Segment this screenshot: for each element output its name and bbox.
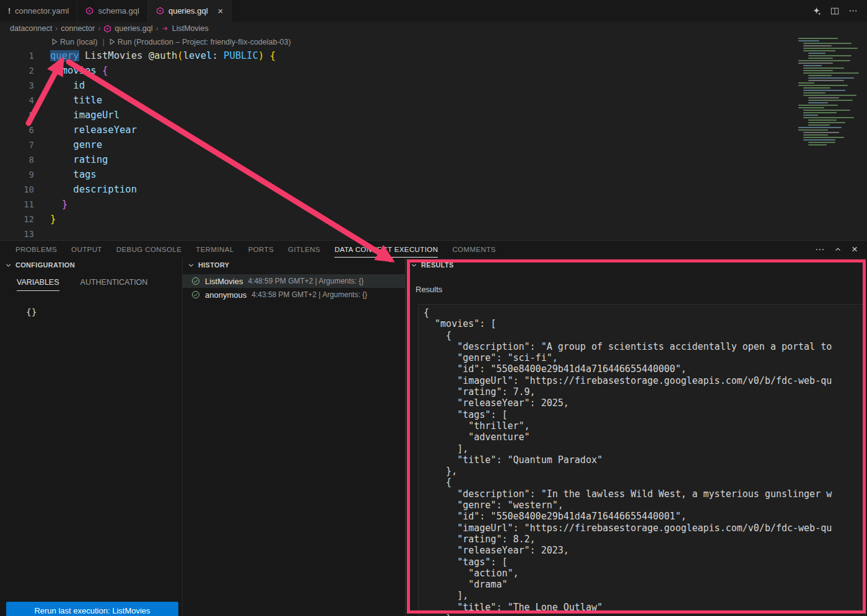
graphql-file-icon	[103, 25, 111, 33]
panel-tab-ports[interactable]: PORTS	[248, 241, 274, 258]
configuration-title: CONFIGURATION	[15, 261, 75, 269]
line-number: 9	[0, 167, 34, 182]
code-line: 5 imageUrl	[0, 108, 867, 123]
code-line: 12}	[0, 212, 867, 227]
operation-icon	[162, 25, 169, 32]
vscode-window: !connector.yamlschema.gqlqueries.gql× da…	[0, 0, 867, 616]
code-text: tags	[34, 167, 97, 182]
line-number: 2	[0, 63, 34, 78]
editor-tab-queries-gql[interactable]: queries.gql×	[148, 0, 232, 22]
panel-tab-data-connect-execution[interactable]: DATA CONNECT EXECUTION	[334, 241, 438, 258]
chevron-down-icon	[188, 262, 194, 269]
history-entry-name: anonymous	[205, 290, 246, 300]
run-production-link[interactable]: Run (Production – Project: friendly-flix…	[110, 38, 291, 46]
code-text: rating	[34, 152, 108, 167]
code-line: 11 }	[0, 197, 867, 212]
editor-tab-bar: !connector.yamlschema.gqlqueries.gql×	[0, 0, 867, 22]
line-number: 10	[0, 182, 34, 197]
breadcrumb-item-listmovies[interactable]: ListMovies	[162, 24, 209, 33]
panel-actions: ⋯ ×	[815, 244, 867, 254]
line-number: 7	[0, 137, 34, 152]
code-text: }	[34, 212, 56, 227]
run-production-label: Run (Production – Project: friendly-flix…	[118, 38, 291, 46]
config-tab-authentication[interactable]: AUTHENTICATION	[81, 278, 148, 291]
code-lines: 1query ListMovies @auth(level: PUBLIC) {…	[0, 48, 867, 240]
rerun-last-execution-button[interactable]: Rerun last execution: ListMovies	[6, 602, 178, 616]
close-tab-icon[interactable]: ×	[218, 6, 224, 16]
split-editor-icon[interactable]	[830, 7, 839, 15]
results-json[interactable]: { "movies": [ { "description": "A group …	[418, 304, 866, 616]
panel-more-actions-icon[interactable]: ⋯	[815, 245, 824, 254]
line-number: 8	[0, 152, 34, 167]
code-line: 1query ListMovies @auth(level: PUBLIC) {	[0, 48, 867, 63]
editor-tab-connector-yaml[interactable]: !connector.yaml	[0, 0, 77, 22]
breadcrumb-item-queries-gql[interactable]: queries.gql	[103, 24, 152, 33]
configuration-header[interactable]: CONFIGURATION	[0, 258, 182, 272]
breadcrumb-separator: ›	[98, 24, 100, 33]
history-header[interactable]: HISTORY	[183, 258, 405, 272]
panel-tabs: PROBLEMSOUTPUTDEBUG CONSOLETERMINALPORTS…	[15, 241, 496, 258]
close-panel-icon[interactable]: ×	[852, 244, 858, 254]
code-line: 6 releaseYear	[0, 123, 867, 137]
bottom-panel: PROBLEMSOUTPUTDEBUG CONSOLETERMINALPORTS…	[0, 240, 867, 616]
code-line: 2 movies {	[0, 63, 867, 78]
history-entry-anonymous[interactable]: anonymous4:43:58 PM GMT+2 | Arguments: {…	[183, 288, 405, 301]
config-tab-variables[interactable]: VARIABLES	[17, 278, 59, 291]
history-entry-listmovies[interactable]: ListMovies4:48:59 PM GMT+2 | Arguments: …	[183, 274, 405, 288]
breadcrumb-label: connector	[61, 24, 95, 33]
code-text: }	[34, 197, 68, 212]
code-editor[interactable]: Run (local) | Run (Production – Project:…	[0, 35, 867, 240]
code-text: movies {	[34, 63, 108, 78]
editor-tabs: !connector.yamlschema.gqlqueries.gql×	[0, 0, 232, 22]
panel-body: CONFIGURATION VARIABLESAUTHENTICATION {}…	[0, 258, 867, 616]
line-number: 1	[0, 48, 34, 63]
yaml-file-icon: !	[8, 7, 11, 15]
minimap[interactable]	[795, 35, 867, 240]
tab-label: queries.gql	[168, 6, 208, 15]
graphql-file-icon	[156, 7, 164, 15]
code-line: 3 id	[0, 78, 867, 93]
breadcrumb-label: dataconnect	[10, 24, 52, 33]
editor-tab-schema-gql[interactable]: schema.gql	[77, 0, 147, 22]
run-local-link[interactable]: Run (local)	[52, 38, 97, 46]
code-text: releaseYear	[34, 123, 137, 137]
run-local-label: Run (local)	[60, 38, 97, 46]
results-title: RESULTS	[421, 261, 454, 269]
code-line: 8 rating	[0, 152, 867, 167]
code-line: 9 tags	[0, 167, 867, 182]
breadcrumb-label: queries.gql	[115, 24, 152, 33]
line-number: 5	[0, 108, 34, 123]
graphql-file-icon	[85, 7, 94, 15]
breadcrumb-item-dataconnect[interactable]: dataconnect	[10, 24, 52, 33]
history-list: ListMovies4:48:59 PM GMT+2 | Arguments: …	[183, 274, 405, 301]
code-line: 10 description	[0, 182, 867, 197]
breadcrumb-item-connector[interactable]: connector	[61, 24, 95, 33]
chevron-down-icon	[411, 262, 417, 269]
history-entry-name: ListMovies	[205, 277, 243, 286]
configuration-section: CONFIGURATION VARIABLESAUTHENTICATION {}	[0, 258, 183, 616]
results-header[interactable]: RESULTS	[406, 258, 867, 272]
editor-actions	[812, 0, 867, 22]
variables-editor[interactable]: {}	[26, 307, 182, 317]
panel-tab-bar: PROBLEMSOUTPUTDEBUG CONSOLETERMINALPORTS…	[0, 241, 867, 258]
tab-label: connector.yaml	[15, 6, 69, 15]
panel-tab-problems[interactable]: PROBLEMS	[15, 241, 57, 258]
line-number: 6	[0, 123, 34, 137]
history-entry-meta: 4:48:59 PM GMT+2 | Arguments: {}	[248, 277, 364, 285]
panel-tab-debug-console[interactable]: DEBUG CONSOLE	[116, 241, 182, 258]
panel-tab-output[interactable]: OUTPUT	[71, 241, 102, 258]
play-icon	[52, 38, 58, 45]
panel-tab-gitlens[interactable]: GITLENS	[288, 241, 320, 258]
code-text: genre	[34, 137, 102, 152]
breadcrumb-label: ListMovies	[172, 24, 209, 33]
code-text	[34, 227, 50, 240]
history-title: HISTORY	[198, 261, 229, 269]
codelens-divider: |	[102, 38, 104, 46]
panel-tab-comments[interactable]: COMMENTS	[452, 241, 495, 258]
codelens: Run (local) | Run (Production – Project:…	[0, 35, 867, 48]
more-actions-icon[interactable]	[848, 6, 858, 15]
maximize-panel-icon[interactable]	[834, 246, 842, 253]
history-section: HISTORY ListMovies4:48:59 PM GMT+2 | Arg…	[183, 258, 406, 616]
panel-tab-terminal[interactable]: TERMINAL	[196, 241, 233, 258]
copilot-sparkle-icon[interactable]	[812, 6, 821, 15]
